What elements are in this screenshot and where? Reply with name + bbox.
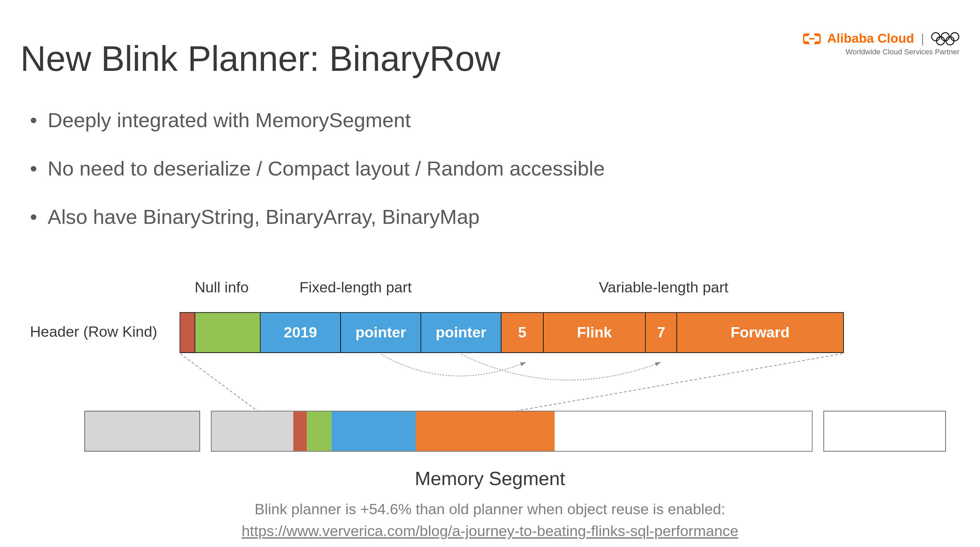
cell-pointer-2: pointer [421, 313, 501, 352]
cell-str-2: Forward [677, 313, 843, 352]
logo-top: Alibaba Cloud | [803, 31, 959, 46]
cell-len-2: 7 [646, 313, 677, 352]
slide-title: New Blink Planner: BinaryRow [21, 38, 500, 79]
cell-str-1: Flink [544, 313, 646, 352]
binary-row-bar: 2019 pointer pointer 5 Flink 7 Forward [180, 312, 844, 353]
mem-block-main [211, 411, 813, 452]
olympic-rings-icon [931, 31, 959, 46]
bullet-item: No need to deserialize / Compact layout … [27, 157, 953, 180]
bullet-list: Deeply integrated with MemorySegment No … [27, 109, 953, 254]
mem-block-prev [84, 411, 200, 452]
svg-line-7 [180, 354, 257, 411]
mem-header [293, 412, 307, 451]
label-variable-part: Variable-length part [599, 279, 729, 296]
mem-var [416, 412, 555, 451]
mem-fixed [331, 412, 416, 451]
svg-rect-0 [809, 38, 814, 40]
bullet-item: Deeply integrated with MemorySegment [27, 109, 953, 132]
footer-link: https://www.ververica.com/blog/a-journey… [0, 522, 980, 540]
footer-text: Blink planner is +54.6% than old planner… [0, 501, 980, 518]
logo-area: Alibaba Cloud | Worldwide Cloud Services… [803, 31, 959, 55]
mem-block-next [823, 411, 946, 452]
cell-year: 2019 [261, 313, 341, 352]
cell-len-1: 5 [501, 313, 544, 352]
memory-segment-label: Memory Segment [0, 468, 980, 490]
cell-pointer-1: pointer [341, 313, 421, 352]
bullet-item: Also have BinaryString, BinaryArray, Bin… [27, 205, 953, 228]
cell-null-info [195, 313, 260, 352]
label-header: Header (Row Kind) [30, 323, 157, 341]
mem-null [307, 412, 331, 451]
cell-header [180, 313, 195, 352]
label-fixed-part: Fixed-length part [299, 279, 412, 296]
brand-subtitle: Worldwide Cloud Services Partner [845, 48, 959, 56]
divider: | [921, 32, 924, 46]
brand-name: Alibaba Cloud [827, 31, 914, 46]
memory-segment-bar [84, 411, 946, 452]
svg-line-8 [517, 354, 843, 411]
alibaba-icon [803, 32, 820, 46]
mem-free [555, 412, 812, 451]
mem-pad [212, 412, 293, 451]
label-null-info: Null info [194, 279, 248, 296]
slide: Alibaba Cloud | Worldwide Cloud Services… [0, 0, 980, 547]
